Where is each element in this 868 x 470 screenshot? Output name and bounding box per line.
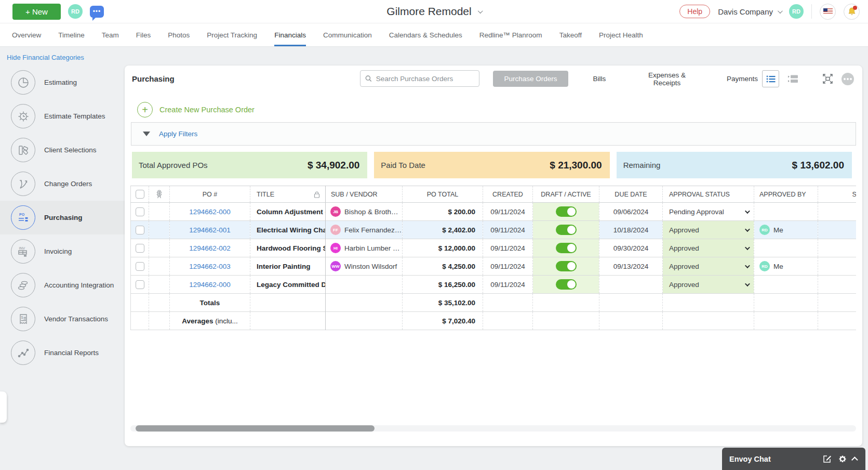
po-number-link[interactable]: 1294662-001	[189, 226, 231, 234]
bills-button[interactable]: Bills	[584, 71, 615, 87]
tab-takeoff[interactable]: Takeoff	[559, 23, 582, 46]
po-number-link[interactable]: 1294662-000	[189, 208, 231, 216]
svg-text:$: $	[21, 316, 23, 319]
apply-filters-toggle[interactable]: Apply Filters	[131, 122, 856, 146]
sidebar-item-financial-reports[interactable]: Financial Reports	[0, 336, 125, 370]
horizontal-scrollbar[interactable]	[130, 425, 856, 432]
collapsed-side-tab[interactable]	[0, 391, 7, 423]
tab-project-health[interactable]: Project Health	[599, 23, 643, 46]
tab-communication[interactable]: Communication	[323, 23, 372, 46]
draft-active-header[interactable]: DRAFT / ACTIVE	[533, 186, 599, 203]
expenses-receipts-button[interactable]: Expenses & Receipts	[631, 71, 703, 87]
purchase-orders-table: PO # TITLE SUB / VENDOR PO TOTAL CREATED…	[130, 186, 856, 330]
compose-icon[interactable]	[823, 454, 832, 463]
row-checkbox[interactable]	[136, 207, 144, 216]
tab-files[interactable]: Files	[136, 23, 151, 46]
search-input[interactable]	[376, 75, 474, 83]
approval-status-select[interactable]: Approved	[663, 257, 754, 276]
user-avatar[interactable]: RD	[68, 4, 83, 19]
totals-row: Totals $ 35,102.00	[131, 294, 857, 312]
more-options-button[interactable]	[842, 73, 854, 85]
approval-status-header[interactable]: APPROVAL STATUS	[663, 186, 754, 203]
tab-timeline[interactable]: Timeline	[58, 23, 85, 46]
approval-status-select[interactable]: Approved	[663, 276, 754, 294]
hide-financial-categories-link[interactable]: Hide Financial Categories	[7, 54, 125, 61]
po-number-link[interactable]: 1294662-002	[189, 244, 231, 252]
created-header[interactable]: CREATED	[483, 186, 533, 203]
project-title-dropdown[interactable]: Gilmore Remodel	[386, 5, 481, 18]
top-bar-right: Help Davis Company RD	[679, 4, 860, 20]
sidebar-item-change-orders[interactable]: Change Orders	[0, 167, 125, 201]
draft-active-toggle[interactable]	[556, 206, 577, 217]
table-header-row: PO # TITLE SUB / VENDOR PO TOTAL CREATED…	[131, 186, 857, 203]
notifications-button[interactable]	[844, 4, 860, 20]
trend-chart-icon	[11, 341, 35, 365]
draft-active-toggle[interactable]	[556, 261, 577, 271]
sidebar-item-invoicing[interactable]: INV Invoicing	[0, 234, 125, 268]
select-all-checkbox[interactable]	[136, 190, 144, 199]
language-flag-button[interactable]	[820, 4, 836, 20]
fullscreen-button[interactable]	[822, 73, 834, 85]
po-number-link[interactable]: 1294662-003	[189, 263, 231, 270]
po-number-link[interactable]: 1294662-000	[189, 281, 231, 289]
chevron-up-icon[interactable]	[851, 456, 858, 463]
sidebar-item-purchasing[interactable]: PO Purchasing	[0, 201, 125, 234]
invoice-icon: INV	[11, 239, 35, 264]
po-total: $ 4,250.00	[403, 257, 483, 276]
gear-icon[interactable]	[838, 455, 847, 463]
payments-button[interactable]: Payments	[722, 71, 763, 87]
chat-icon[interactable]: •••	[90, 6, 104, 18]
pie-chart-icon	[11, 70, 35, 95]
vendor-avatar: WW	[330, 261, 341, 271]
envoy-chat-bar[interactable]: Envoy Chat	[722, 448, 865, 470]
clipped-column-header[interactable]: S	[818, 186, 857, 203]
envoy-chat-controls	[823, 454, 858, 463]
list-view-button[interactable]	[762, 70, 779, 87]
po-total-header[interactable]: PO TOTAL	[403, 186, 483, 203]
project-title: Gilmore Remodel	[386, 5, 471, 18]
due-date-header[interactable]: DUE DATE	[599, 186, 663, 203]
company-dropdown[interactable]: Davis Company	[718, 7, 781, 16]
sidebar-item-label: Vendor Transactions	[44, 315, 108, 323]
created-date: 09/11/2024	[483, 276, 533, 294]
tab-financials[interactable]: Financials	[274, 23, 306, 46]
purchase-orders-button[interactable]: Purchase Orders	[493, 71, 568, 87]
project-tab-bar: Overview Timeline Team Files Photos Proj…	[0, 23, 868, 47]
po-number-header[interactable]: PO #	[170, 186, 250, 203]
purchasing-panel: Purchasing Purchase Orders Bills Expense…	[125, 66, 862, 446]
approval-status-select[interactable]: Pending Approval	[663, 203, 754, 221]
approval-status-select[interactable]: Approved	[663, 221, 754, 239]
row-checkbox[interactable]	[136, 262, 144, 271]
grouped-view-button[interactable]	[787, 74, 798, 84]
sidebar-item-label: Purchasing	[44, 214, 83, 221]
scrollbar-thumb[interactable]	[136, 425, 375, 432]
sidebar-item-estimating[interactable]: Estimating	[0, 66, 125, 99]
tab-redline-planroom[interactable]: Redline™ Planroom	[479, 23, 542, 46]
tab-overview[interactable]: Overview	[12, 23, 41, 46]
create-new-purchase-order-link[interactable]: + Create New Purchase Order	[137, 102, 255, 118]
approved-by-header[interactable]: APPROVED BY	[754, 186, 818, 203]
row-checkbox[interactable]	[136, 244, 144, 253]
total-approved-pos-card: Total Approved POs $ 34,902.00	[132, 152, 367, 178]
help-button[interactable]: Help	[679, 5, 710, 18]
sidebar-item-vendor-transactions[interactable]: $ Vendor Transactions	[0, 302, 125, 336]
draft-active-toggle[interactable]	[556, 279, 577, 290]
sidebar-item-client-selections[interactable]: Client Selections	[0, 133, 125, 167]
averages-label: Averages (inclu...	[170, 312, 250, 330]
row-checkbox[interactable]	[136, 280, 144, 289]
row-checkbox[interactable]	[136, 226, 144, 234]
traffic-light-icon	[156, 190, 163, 199]
sub-vendor-header[interactable]: SUB / VENDOR	[326, 186, 403, 203]
new-button[interactable]: + New	[12, 4, 61, 20]
title-header[interactable]: TITLE	[250, 186, 326, 203]
approval-status-select[interactable]: Approved	[663, 239, 754, 257]
tab-photos[interactable]: Photos	[168, 23, 190, 46]
user-avatar[interactable]: RD	[789, 4, 804, 19]
sidebar-item-accounting-integration[interactable]: Accounting Integration	[0, 268, 125, 302]
tab-calendars-schedules[interactable]: Calendars & Schedules	[389, 23, 462, 46]
tab-project-tracking[interactable]: Project Tracking	[207, 23, 257, 46]
draft-active-toggle[interactable]	[556, 225, 577, 235]
draft-active-toggle[interactable]	[556, 243, 577, 253]
tab-team[interactable]: Team	[102, 23, 119, 46]
sidebar-item-estimate-templates[interactable]: Estimate Templates	[0, 99, 125, 133]
